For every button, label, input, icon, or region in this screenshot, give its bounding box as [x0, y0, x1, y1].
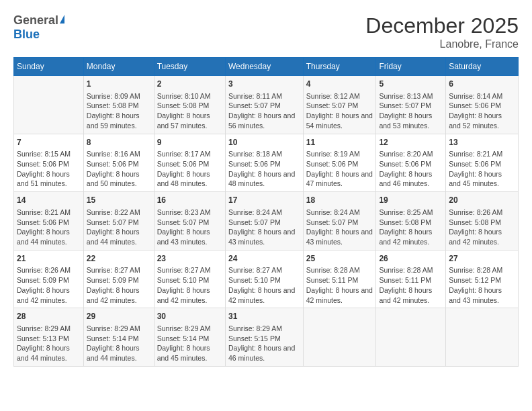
cell-content: Sunrise: 8:27 AMSunset: 5:09 PMDaylight:… [87, 265, 151, 305]
day-number: 6 [449, 79, 515, 90]
day-number: 13 [449, 137, 515, 148]
sunset-text: Sunset: 5:09 PM [17, 275, 81, 285]
daylight-text: Daylight: 8 hours and 44 minutes. [17, 227, 81, 246]
calendar-cell: 23Sunrise: 8:27 AMSunset: 5:10 PMDayligh… [154, 250, 225, 308]
day-number: 22 [87, 253, 151, 265]
day-number: 18 [306, 195, 373, 206]
day-number: 5 [379, 79, 443, 90]
sunset-text: Sunset: 5:07 PM [228, 101, 300, 111]
calendar-cell [376, 308, 446, 367]
calendar-cell: 17Sunrise: 8:24 AMSunset: 5:07 PMDayligh… [226, 192, 304, 250]
day-number: 21 [17, 253, 81, 265]
sunset-text: Sunset: 5:10 PM [228, 275, 300, 285]
daylight-text: Daylight: 8 hours and 50 minutes. [87, 169, 151, 189]
sunrise-text: Sunrise: 8:23 AM [157, 208, 222, 218]
header-day-saturday: Saturday [446, 58, 519, 76]
sunrise-text: Sunrise: 8:17 AM [157, 149, 222, 159]
cell-content: Sunrise: 8:22 AMSunset: 5:07 PMDaylight:… [87, 208, 151, 247]
day-number: 1 [87, 79, 151, 90]
sunrise-text: Sunrise: 8:18 AM [228, 149, 300, 159]
cell-content: Sunrise: 8:10 AMSunset: 5:08 PMDaylight:… [157, 91, 222, 131]
sunrise-text: Sunrise: 8:19 AM [306, 149, 373, 159]
title-block: December 2025 Lanobre, France [365, 13, 519, 50]
sunset-text: Sunset: 5:08 PM [379, 218, 443, 228]
header-day-tuesday: Tuesday [154, 58, 225, 76]
sunrise-text: Sunrise: 8:29 AM [17, 324, 81, 334]
daylight-text: Daylight: 8 hours and 42 minutes. [157, 285, 222, 305]
sunset-text: Sunset: 5:14 PM [87, 334, 151, 344]
daylight-text: Daylight: 8 hours and 44 minutes. [17, 343, 81, 363]
sunset-text: Sunset: 5:11 PM [306, 275, 373, 285]
header-day-friday: Friday [376, 58, 446, 76]
day-number: 17 [228, 195, 300, 206]
sunset-text: Sunset: 5:12 PM [449, 275, 515, 285]
header-day-sunday: Sunday [14, 58, 84, 76]
sunset-text: Sunset: 5:07 PM [157, 218, 222, 228]
sunrise-text: Sunrise: 8:12 AM [306, 91, 373, 101]
day-number: 29 [87, 311, 151, 322]
sunrise-text: Sunrise: 8:14 AM [449, 91, 515, 101]
sunset-text: Sunset: 5:06 PM [157, 159, 222, 169]
sunset-text: Sunset: 5:15 PM [228, 334, 300, 344]
calendar-cell: 3Sunrise: 8:11 AMSunset: 5:07 PMDaylight… [226, 76, 304, 134]
sunrise-text: Sunrise: 8:27 AM [157, 265, 222, 275]
sunset-text: Sunset: 5:06 PM [17, 218, 81, 228]
calendar-cell: 30Sunrise: 8:29 AMSunset: 5:14 PMDayligh… [154, 308, 225, 367]
day-number: 27 [449, 253, 515, 265]
sunset-text: Sunset: 5:07 PM [228, 218, 300, 228]
daylight-text: Daylight: 8 hours and 51 minutes. [17, 169, 81, 189]
daylight-text: Daylight: 8 hours and 42 minutes. [306, 285, 373, 305]
day-number: 9 [157, 137, 222, 148]
calendar-cell: 26Sunrise: 8:28 AMSunset: 5:11 PMDayligh… [376, 250, 446, 308]
sunset-text: Sunset: 5:06 PM [449, 101, 515, 111]
sunset-text: Sunset: 5:14 PM [157, 334, 222, 344]
daylight-text: Daylight: 8 hours and 45 minutes. [449, 169, 515, 189]
cell-content: Sunrise: 8:28 AMSunset: 5:12 PMDaylight:… [449, 265, 515, 305]
sunset-text: Sunset: 5:13 PM [17, 334, 81, 344]
daylight-text: Daylight: 8 hours and 53 minutes. [379, 111, 443, 130]
calendar-cell: 27Sunrise: 8:28 AMSunset: 5:12 PMDayligh… [446, 250, 519, 308]
daylight-text: Daylight: 8 hours and 43 minutes. [228, 227, 300, 246]
sunrise-text: Sunrise: 8:13 AM [379, 91, 443, 101]
sunset-text: Sunset: 5:07 PM [379, 101, 443, 111]
header-day-thursday: Thursday [303, 58, 376, 76]
cell-content: Sunrise: 8:24 AMSunset: 5:07 PMDaylight:… [306, 208, 373, 247]
day-number: 7 [17, 137, 81, 148]
day-number: 31 [228, 311, 300, 322]
sunset-text: Sunset: 5:08 PM [157, 101, 222, 111]
daylight-text: Daylight: 8 hours and 42 minutes. [379, 285, 443, 305]
day-number: 14 [17, 195, 81, 206]
cell-content: Sunrise: 8:16 AMSunset: 5:06 PMDaylight:… [87, 149, 151, 189]
calendar-cell: 11Sunrise: 8:19 AMSunset: 5:06 PMDayligh… [303, 134, 376, 192]
logo-blue: Blue [13, 28, 40, 42]
calendar-week-5: 28Sunrise: 8:29 AMSunset: 5:13 PMDayligh… [14, 308, 519, 367]
calendar-body: 1Sunrise: 8:09 AMSunset: 5:08 PMDaylight… [14, 76, 519, 367]
sunrise-text: Sunrise: 8:15 AM [17, 149, 81, 159]
sunrise-text: Sunrise: 8:28 AM [379, 265, 443, 275]
calendar-table: SundayMondayTuesdayWednesdayThursdayFrid… [13, 57, 519, 367]
page-header: General Blue December 2025 Lanobre, Fran… [13, 13, 519, 50]
calendar-cell: 25Sunrise: 8:28 AMSunset: 5:11 PMDayligh… [303, 250, 376, 308]
daylight-text: Daylight: 8 hours and 42 minutes. [87, 285, 151, 305]
cell-content: Sunrise: 8:20 AMSunset: 5:06 PMDaylight:… [379, 149, 443, 189]
sunrise-text: Sunrise: 8:29 AM [87, 324, 151, 334]
cell-content: Sunrise: 8:29 AMSunset: 5:14 PMDaylight:… [87, 324, 151, 363]
sunset-text: Sunset: 5:06 PM [306, 159, 373, 169]
cell-content: Sunrise: 8:26 AMSunset: 5:08 PMDaylight:… [449, 208, 515, 247]
sunrise-text: Sunrise: 8:09 AM [87, 91, 151, 101]
daylight-text: Daylight: 8 hours and 42 minutes. [449, 227, 515, 246]
daylight-text: Daylight: 8 hours and 46 minutes. [379, 169, 443, 189]
daylight-text: Daylight: 8 hours and 46 minutes. [228, 343, 300, 363]
sunset-text: Sunset: 5:06 PM [87, 159, 151, 169]
calendar-cell: 22Sunrise: 8:27 AMSunset: 5:09 PMDayligh… [83, 250, 154, 308]
calendar-cell: 24Sunrise: 8:27 AMSunset: 5:10 PMDayligh… [226, 250, 304, 308]
calendar-subtitle: Lanobre, France [365, 38, 519, 50]
cell-content: Sunrise: 8:18 AMSunset: 5:06 PMDaylight:… [228, 149, 300, 189]
sunrise-text: Sunrise: 8:21 AM [449, 149, 515, 159]
calendar-cell [303, 308, 376, 367]
sunrise-text: Sunrise: 8:21 AM [17, 208, 81, 218]
sunrise-text: Sunrise: 8:20 AM [379, 149, 443, 159]
sunset-text: Sunset: 5:08 PM [87, 101, 151, 111]
cell-content: Sunrise: 8:29 AMSunset: 5:13 PMDaylight:… [17, 324, 81, 363]
calendar-cell: 10Sunrise: 8:18 AMSunset: 5:06 PMDayligh… [226, 134, 304, 192]
